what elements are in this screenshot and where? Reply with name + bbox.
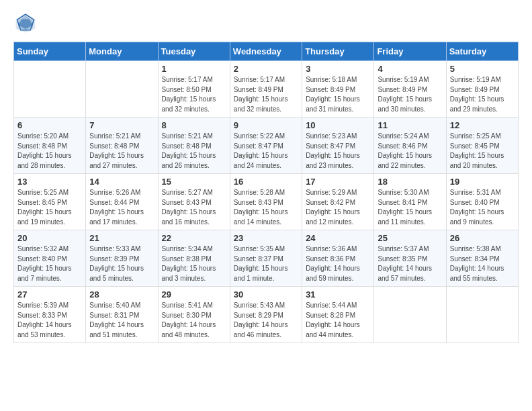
day-number: 16 (234, 177, 298, 187)
day-cell: 31Sunrise: 5:44 AM Sunset: 8:28 PM Dayli… (302, 287, 374, 343)
day-cell: 2Sunrise: 5:17 AM Sunset: 8:49 PM Daylig… (230, 61, 302, 118)
week-row-5: 27Sunrise: 5:39 AM Sunset: 8:33 PM Dayli… (14, 287, 519, 343)
day-number: 22 (162, 233, 226, 243)
day-cell: 23Sunrise: 5:35 AM Sunset: 8:37 PM Dayli… (230, 230, 302, 287)
day-cell: 7Sunrise: 5:21 AM Sunset: 8:48 PM Daylig… (86, 118, 158, 174)
day-cell: 19Sunrise: 5:31 AM Sunset: 8:40 PM Dayli… (446, 174, 518, 230)
day-info: Sunrise: 5:21 AM Sunset: 8:48 PM Dayligh… (162, 132, 226, 171)
day-cell: 13Sunrise: 5:25 AM Sunset: 8:45 PM Dayli… (14, 174, 86, 230)
day-number: 21 (89, 233, 154, 243)
day-cell: 14Sunrise: 5:26 AM Sunset: 8:44 PM Dayli… (86, 174, 158, 230)
day-cell (14, 61, 86, 118)
weekday-header-monday: Monday (86, 42, 158, 61)
day-number: 9 (234, 120, 298, 130)
day-number: 14 (89, 177, 154, 187)
day-info: Sunrise: 5:30 AM Sunset: 8:41 PM Dayligh… (378, 188, 442, 227)
day-cell: 8Sunrise: 5:21 AM Sunset: 8:48 PM Daylig… (158, 118, 230, 174)
weekday-header-saturday: Saturday (446, 42, 518, 61)
day-number: 28 (89, 289, 154, 300)
day-cell: 18Sunrise: 5:30 AM Sunset: 8:41 PM Dayli… (374, 174, 446, 230)
day-number: 7 (89, 120, 154, 130)
day-cell: 28Sunrise: 5:40 AM Sunset: 8:31 PM Dayli… (86, 287, 158, 343)
day-number: 4 (378, 64, 442, 74)
day-cell: 1Sunrise: 5:17 AM Sunset: 8:50 PM Daylig… (158, 61, 230, 118)
logo (13, 11, 42, 35)
weekday-header-sunday: Sunday (14, 42, 86, 61)
day-cell: 21Sunrise: 5:33 AM Sunset: 8:39 PM Dayli… (86, 230, 158, 287)
day-number: 11 (378, 120, 442, 130)
day-info: Sunrise: 5:17 AM Sunset: 8:50 PM Dayligh… (162, 75, 226, 114)
day-cell (374, 287, 446, 343)
day-number: 25 (378, 233, 442, 243)
day-number: 31 (306, 289, 370, 300)
day-cell (446, 287, 518, 343)
day-cell: 16Sunrise: 5:28 AM Sunset: 8:43 PM Dayli… (230, 174, 302, 230)
day-number: 30 (234, 289, 298, 300)
day-number: 10 (306, 120, 370, 130)
day-info: Sunrise: 5:43 AM Sunset: 8:29 PM Dayligh… (234, 301, 298, 340)
day-cell: 5Sunrise: 5:19 AM Sunset: 8:49 PM Daylig… (446, 61, 518, 118)
weekday-header-row: SundayMondayTuesdayWednesdayThursdayFrid… (14, 42, 519, 61)
day-cell: 25Sunrise: 5:37 AM Sunset: 8:35 PM Dayli… (374, 230, 446, 287)
calendar-table: SundayMondayTuesdayWednesdayThursdayFrid… (13, 42, 519, 343)
day-cell: 22Sunrise: 5:34 AM Sunset: 8:38 PM Dayli… (158, 230, 230, 287)
day-info: Sunrise: 5:39 AM Sunset: 8:33 PM Dayligh… (17, 301, 82, 340)
day-info: Sunrise: 5:25 AM Sunset: 8:45 PM Dayligh… (17, 188, 82, 227)
day-number: 17 (306, 177, 370, 187)
day-info: Sunrise: 5:25 AM Sunset: 8:45 PM Dayligh… (450, 132, 515, 171)
day-number: 19 (450, 177, 515, 187)
day-number: 29 (162, 289, 226, 300)
day-info: Sunrise: 5:32 AM Sunset: 8:40 PM Dayligh… (17, 244, 82, 283)
day-cell: 10Sunrise: 5:23 AM Sunset: 8:47 PM Dayli… (302, 118, 374, 174)
day-number: 27 (17, 289, 82, 300)
day-cell: 15Sunrise: 5:27 AM Sunset: 8:43 PM Dayli… (158, 174, 230, 230)
logo-icon (13, 11, 38, 35)
day-cell: 27Sunrise: 5:39 AM Sunset: 8:33 PM Dayli… (14, 287, 86, 343)
day-number: 12 (450, 120, 515, 130)
day-number: 13 (17, 177, 82, 187)
day-cell: 9Sunrise: 5:22 AM Sunset: 8:47 PM Daylig… (230, 118, 302, 174)
day-info: Sunrise: 5:28 AM Sunset: 8:43 PM Dayligh… (234, 188, 298, 227)
day-info: Sunrise: 5:38 AM Sunset: 8:34 PM Dayligh… (450, 244, 515, 283)
day-info: Sunrise: 5:23 AM Sunset: 8:47 PM Dayligh… (306, 132, 370, 171)
day-info: Sunrise: 5:36 AM Sunset: 8:36 PM Dayligh… (306, 244, 370, 283)
day-number: 20 (17, 233, 82, 243)
day-number: 18 (378, 177, 442, 187)
day-info: Sunrise: 5:19 AM Sunset: 8:49 PM Dayligh… (378, 75, 442, 114)
day-number: 5 (450, 64, 515, 74)
week-row-1: 1Sunrise: 5:17 AM Sunset: 8:50 PM Daylig… (14, 61, 519, 118)
day-info: Sunrise: 5:31 AM Sunset: 8:40 PM Dayligh… (450, 188, 515, 227)
week-row-4: 20Sunrise: 5:32 AM Sunset: 8:40 PM Dayli… (14, 230, 519, 287)
weekday-header-tuesday: Tuesday (158, 42, 230, 61)
day-info: Sunrise: 5:27 AM Sunset: 8:43 PM Dayligh… (162, 188, 226, 227)
day-cell: 11Sunrise: 5:24 AM Sunset: 8:46 PM Dayli… (374, 118, 446, 174)
week-row-3: 13Sunrise: 5:25 AM Sunset: 8:45 PM Dayli… (14, 174, 519, 230)
day-cell: 20Sunrise: 5:32 AM Sunset: 8:40 PM Dayli… (14, 230, 86, 287)
day-info: Sunrise: 5:17 AM Sunset: 8:49 PM Dayligh… (234, 75, 298, 114)
day-number: 8 (162, 120, 226, 130)
day-info: Sunrise: 5:22 AM Sunset: 8:47 PM Dayligh… (234, 132, 298, 171)
day-number: 3 (306, 64, 370, 74)
day-number: 26 (450, 233, 515, 243)
day-cell: 26Sunrise: 5:38 AM Sunset: 8:34 PM Dayli… (446, 230, 518, 287)
day-cell: 30Sunrise: 5:43 AM Sunset: 8:29 PM Dayli… (230, 287, 302, 343)
day-number: 2 (234, 64, 298, 74)
day-cell: 12Sunrise: 5:25 AM Sunset: 8:45 PM Dayli… (446, 118, 518, 174)
day-info: Sunrise: 5:24 AM Sunset: 8:46 PM Dayligh… (378, 132, 442, 171)
day-cell: 6Sunrise: 5:20 AM Sunset: 8:48 PM Daylig… (14, 118, 86, 174)
day-cell (86, 61, 158, 118)
day-info: Sunrise: 5:29 AM Sunset: 8:42 PM Dayligh… (306, 188, 370, 227)
day-cell: 3Sunrise: 5:18 AM Sunset: 8:49 PM Daylig… (302, 61, 374, 118)
day-info: Sunrise: 5:44 AM Sunset: 8:28 PM Dayligh… (306, 301, 370, 340)
day-info: Sunrise: 5:37 AM Sunset: 8:35 PM Dayligh… (378, 244, 442, 283)
day-number: 23 (234, 233, 298, 243)
week-row-2: 6Sunrise: 5:20 AM Sunset: 8:48 PM Daylig… (14, 118, 519, 174)
page-header (13, 11, 519, 35)
day-number: 6 (17, 120, 82, 130)
day-number: 15 (162, 177, 226, 187)
weekday-header-friday: Friday (374, 42, 446, 61)
day-info: Sunrise: 5:21 AM Sunset: 8:48 PM Dayligh… (89, 132, 154, 171)
day-info: Sunrise: 5:19 AM Sunset: 8:49 PM Dayligh… (450, 75, 515, 114)
day-cell: 4Sunrise: 5:19 AM Sunset: 8:49 PM Daylig… (374, 61, 446, 118)
day-cell: 29Sunrise: 5:41 AM Sunset: 8:30 PM Dayli… (158, 287, 230, 343)
